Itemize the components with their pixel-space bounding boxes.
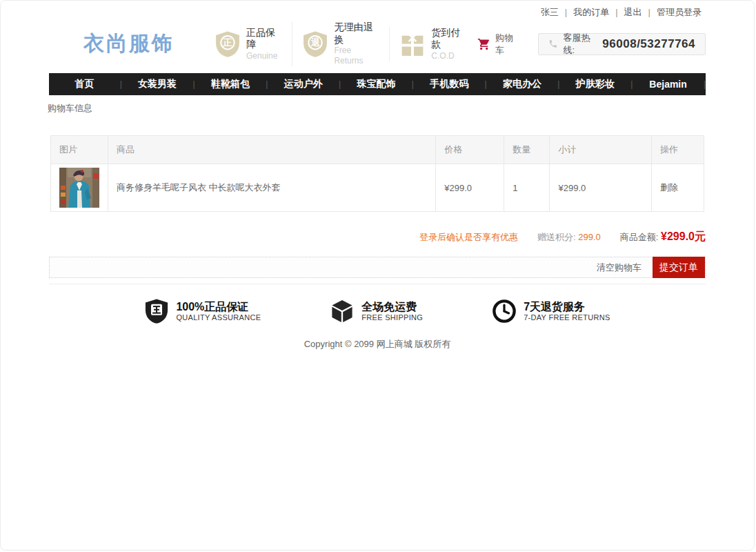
shield-return-icon: 退 (302, 30, 328, 58)
product-quantity: 1 (504, 164, 550, 212)
product-name: 商务修身羊毛呢子风衣 中长款呢大衣外套 (108, 164, 436, 212)
cart-link[interactable]: 购物车 (477, 32, 521, 57)
points-value: 299.0 (578, 232, 601, 242)
cart-action-bar: 清空购物车 提交订单 (49, 257, 706, 278)
col-header-subtotal: 小计 (550, 136, 652, 164)
cart-label: 购物车 (495, 32, 521, 57)
cart-row: 商务修身羊毛呢子风衣 中长款呢大衣外套 ¥299.0 1 ¥299.0 删除 (51, 164, 704, 212)
footer-badge-shipping: 全场免运费 FREE SHIPPING (330, 298, 423, 324)
giftbox-icon (399, 30, 426, 58)
col-header-price: 价格 (436, 136, 504, 164)
nav-item-jewelry[interactable]: 珠宝配饰 (341, 78, 412, 90)
footer-badges: 100%正品保证 QUALITY ASSURANCE 全场免运费 FREE SH… (49, 294, 706, 324)
nav-item-appliances[interactable]: 家电办公 (487, 78, 558, 90)
product-subtotal: ¥299.0 (550, 164, 652, 212)
col-header-image: 图片 (51, 136, 108, 164)
product-thumbnail[interactable] (59, 168, 99, 208)
badge-subtitle: Genuine (246, 51, 282, 61)
nav-item-shoes-bags[interactable]: 鞋靴箱包 (195, 78, 266, 90)
svg-text:正: 正 (222, 37, 232, 48)
cube-icon (330, 298, 355, 324)
cart-table: 图片 商品 价格 数量 小计 操作 (50, 135, 704, 212)
badge-subtitle: C.O.D (431, 51, 467, 61)
breadcrumb: 购物车信息 (48, 95, 706, 115)
col-header-product: 商品 (108, 136, 436, 164)
separator: | (563, 7, 569, 17)
submit-order-button[interactable]: 提交订单 (653, 257, 705, 278)
badge-free-returns: 退 无理由退换 Free Returns (292, 21, 389, 66)
shield-genuine-icon: 正 (215, 30, 241, 58)
topbar-link-admin-login[interactable]: 管理员登录 (653, 7, 706, 17)
nav-item-sports[interactable]: 运动户外 (268, 78, 339, 90)
col-header-quantity: 数量 (504, 136, 550, 164)
header-badges: 正 正品保障 Genuine 退 无理由退换 Free Re (205, 21, 477, 66)
amount-value: ¥299.0元 (661, 230, 706, 242)
badge-genuine: 正 正品保障 Genuine (205, 27, 292, 61)
copyright: Copyright © 2099 网上商城 版权所有 (49, 338, 706, 351)
cart-summary: 登录后确认是否享有优惠 赠送积分: 299.0 商品金额: ¥299.0元 (49, 230, 706, 244)
delete-link[interactable]: 删除 (660, 182, 678, 193)
hotline-box: 客服热线: 96008/53277764 (538, 33, 706, 55)
svg-text:退: 退 (311, 37, 321, 48)
product-price: ¥299.0 (436, 164, 504, 212)
nav-separator: | (704, 79, 706, 89)
site-logo[interactable]: 衣尚服饰 (83, 30, 175, 58)
footer-badge-subtitle: 7-DAY FREE RETURNS (524, 313, 610, 322)
nav-item-apparel[interactable]: 女装男装 (122, 78, 193, 90)
points-label: 赠送积分: (537, 232, 576, 242)
footer-badge-title: 全场免运费 (361, 300, 423, 313)
clock-icon (492, 298, 517, 324)
footer-badge-subtitle: FREE SHIPPING (361, 313, 423, 322)
badge-title: 货到付款 (431, 27, 467, 51)
nav-item-home[interactable]: 首页 (49, 78, 120, 90)
badge-cod: 货到付款 C.O.D (389, 27, 477, 61)
footer-badge-quality: 100%正品保证 QUALITY ASSURANCE (144, 298, 261, 324)
badge-subtitle: Free Returns (334, 46, 379, 66)
topbar-link-my-orders[interactable]: 我的订单 (569, 7, 613, 17)
badge-title: 无理由退换 (334, 21, 379, 46)
footer-badge-subtitle: QUALITY ASSURANCE (176, 313, 261, 322)
shield-quality-icon (144, 298, 169, 324)
phone-icon (548, 39, 558, 49)
cart-icon (477, 37, 490, 51)
nav-item-bejamin[interactable]: Bejamin (633, 79, 704, 90)
topbar-link-logout[interactable]: 退出 (620, 7, 646, 17)
footer-badge-returns: 7天退货服务 7-DAY FREE RETURNS (492, 298, 610, 324)
nav-item-digital[interactable]: 手机数码 (414, 78, 485, 90)
hotline-label: 客服热线: (564, 32, 599, 57)
separator: | (613, 7, 619, 17)
page: 张三|我的订单|退出|管理员登录 衣尚服饰 正 正品保障 Genuine (0, 0, 755, 551)
cart-table-header-row: 图片 商品 价格 数量 小计 操作 (51, 136, 704, 164)
header: 衣尚服饰 正 正品保障 Genuine (49, 20, 706, 73)
nav-item-beauty[interactable]: 护肤彩妆 (559, 78, 630, 90)
topbar: 张三|我的订单|退出|管理员登录 (49, 1, 706, 20)
footer: 100%正品保证 QUALITY ASSURANCE 全场免运费 FREE SH… (49, 284, 706, 351)
footer-badge-title: 100%正品保证 (176, 300, 261, 313)
col-header-action: 操作 (652, 136, 704, 164)
clear-cart-button[interactable]: 清空购物车 (597, 262, 641, 274)
separator: | (646, 7, 653, 17)
footer-badge-title: 7天退货服务 (524, 300, 610, 313)
hotline-number: 96008/53277764 (602, 37, 695, 51)
main-nav: 首页|女装男装|鞋靴箱包|运动户外|珠宝配饰|手机数码|家电办公|护肤彩妆|Be… (49, 73, 706, 95)
login-discount-notice: 登录后确认是否享有优惠 (419, 231, 518, 244)
badge-title: 正品保障 (246, 27, 282, 51)
amount-label: 商品金额: (620, 232, 659, 242)
topbar-link-username[interactable]: 张三 (537, 7, 563, 17)
